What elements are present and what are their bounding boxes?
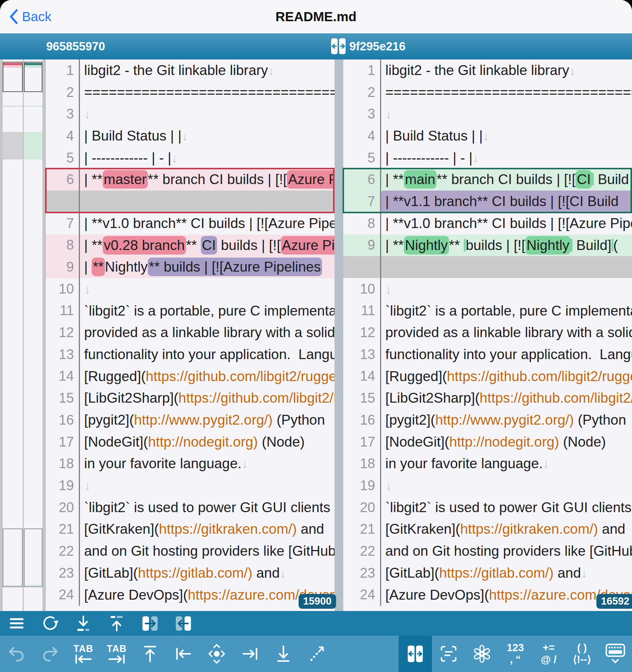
diff-line[interactable]: 19↓	[343, 475, 632, 497]
diff-line[interactable]: 12provided as a linkable library with a …	[46, 322, 335, 344]
move-bottom-button[interactable]	[267, 636, 300, 672]
menu-icon	[10, 616, 23, 631]
diff-line[interactable]: 13functionality into your application. L…	[46, 344, 335, 366]
diff-line[interactable]: 18in your favorite language.↓	[343, 453, 632, 475]
code-segment: |	[84, 259, 92, 275]
diff-line[interactable]: 17[NodeGit](http://nodegit.org) (Node)	[46, 431, 335, 453]
diff-line[interactable]: 24[Azure DevOps](https://azure.com/devop…	[343, 584, 632, 606]
line-content: [Rugged](https://github.com/libgit2/rugg…	[381, 366, 632, 388]
minimap-left-column	[3, 59, 23, 611]
diff-line[interactable]: 3↓	[46, 103, 335, 125]
diff-line[interactable]: 9| **Nightly** builds | [![Azure Pipelin…	[46, 256, 335, 278]
left-diff-pane[interactable]: 1libgit2 - the Git linkable library↓2===…	[46, 59, 335, 611]
symbol-keys-button[interactable]: +=@ /	[532, 636, 565, 672]
diff-line[interactable]: 16[pygit2](http://www.pygit2.org/) (Pyth…	[343, 409, 632, 431]
line-number: 11	[343, 300, 381, 322]
code-segment: `libgit2` is a portable, pure C implemen…	[385, 303, 632, 319]
line-number: 5	[46, 147, 80, 169]
bracket-keys-button[interactable]: ( )⟨!--⟩	[565, 636, 599, 672]
right-diff-pane[interactable]: 1libgit2 - the Git linkable library↓2===…	[343, 59, 632, 611]
diff-line[interactable]: 24[Azure DevOps](https://azure.com/devop…	[46, 584, 335, 606]
diff-line[interactable]: 17[NodeGit](http://nodegit.org) (Node)	[343, 431, 632, 453]
diff-line[interactable]: 23[GitLab](https://gitlab.com/) and↓	[343, 562, 632, 584]
diff-line[interactable]: 11`libgit2` is a portable, pure C implem…	[46, 300, 335, 322]
line-content: | ------------ | - |↓	[381, 147, 632, 169]
tab-outdent-button[interactable]: TAB	[67, 636, 100, 672]
newline-arrow-icon: ↓	[543, 456, 549, 471]
code-segment: in your favorite language.	[84, 456, 242, 471]
diff-line[interactable]: 23[GitLab](https://gitlab.com/) and↓	[46, 562, 335, 584]
line-content: | **v1.0 branch** CI builds | [![Azure P…	[381, 213, 632, 234]
diff-line[interactable]: 14[Rugged](https://github.com/libgit2/ru…	[343, 366, 632, 388]
left-char-count-badge: 15900	[299, 594, 336, 609]
diff-line[interactable]: 15[LibGit2Sharp](https://github.com/libg…	[46, 387, 335, 409]
cursor-pad-button[interactable]	[200, 636, 233, 672]
redo-button[interactable]	[33, 636, 67, 672]
move-top-button[interactable]	[133, 636, 167, 672]
diff-line[interactable]: 16[pygit2](http://www.pygit2.org/) (Pyth…	[46, 409, 335, 431]
dismiss-keyboard-button[interactable]	[599, 636, 632, 672]
code-segment: | **v1.0 branch** CI builds | [![Azure P…	[385, 216, 632, 231]
diff-minimap[interactable]	[0, 59, 46, 611]
diff-line[interactable]: 20`libgit2` is used to power Git GUI cli…	[343, 497, 632, 519]
take-left-button[interactable]	[167, 611, 200, 636]
code-segment: https://gitkraken.com/)	[460, 521, 598, 537]
undo-button[interactable]	[0, 636, 33, 672]
code-segment: libgit2 - the Git linkable library	[385, 63, 569, 78]
split-view-button[interactable]	[399, 636, 432, 672]
scan-lines-icon	[440, 645, 457, 663]
menu-button[interactable]	[0, 611, 33, 636]
diff-line[interactable]: 4| Build Status | |↓	[46, 125, 335, 147]
diff-line[interactable]: 20`libgit2` is used to power Git GUI cli…	[46, 497, 335, 519]
diff-line[interactable]: 9| **Nightly** builds | [![Nightly Build…	[343, 234, 632, 256]
dotted-jump-button[interactable]	[300, 636, 333, 672]
diff-line[interactable]: 2=======================================…	[343, 81, 632, 103]
diff-line[interactable]: 19↓	[46, 475, 335, 497]
diff-line[interactable]: 21[GitKraken](https://gitkraken.com/) an…	[46, 518, 335, 540]
diff-line[interactable]: 21[GitKraken](https://gitkraken.com/) an…	[343, 518, 632, 540]
minimap-section-box	[3, 528, 23, 587]
diff-line[interactable]: 8| **v1.0 branch** CI builds | [![Azure …	[343, 213, 632, 234]
code-segment: and	[252, 565, 280, 581]
diff-line[interactable]: 3↓	[343, 103, 632, 125]
move-line-start-button[interactable]	[167, 636, 200, 672]
numeric-keys-button[interactable]: 123, “	[499, 636, 532, 672]
push-line-button[interactable]	[100, 611, 133, 636]
line-content: functionality into your application. Lan…	[381, 344, 632, 366]
line-number: 16	[343, 409, 381, 431]
refresh-button[interactable]	[33, 611, 67, 636]
diff-line[interactable]: 14[Rugged](https://github.com/libgit2/ru…	[46, 366, 335, 388]
diff-line[interactable]: 8| **v0.28 branch** CI builds | [![Azure…	[46, 234, 335, 256]
tab-indent-button[interactable]: TAB	[100, 636, 133, 672]
line-content: in your favorite language.↓	[80, 453, 335, 475]
pull-line-button[interactable]	[67, 611, 100, 636]
diff-line[interactable]: 22and on Git hosting providers like [Git…	[46, 540, 335, 562]
diff-line[interactable]: 5| ------------ | - |↓	[343, 147, 632, 169]
ai-assistant-button[interactable]	[465, 636, 499, 672]
code-segment: http://www.pygit2.org/)	[435, 412, 574, 428]
diff-line[interactable]: 11`libgit2` is a portable, pure C implem…	[343, 300, 632, 322]
left-commit-hash[interactable]: 965855970	[46, 33, 105, 59]
diff-line[interactable]: 10↓	[46, 278, 335, 300]
diff-line[interactable]: 5| ------------ | - |↓	[46, 147, 335, 169]
diff-line[interactable]: 22and on Git hosting providers like [Git…	[343, 540, 632, 562]
diff-line[interactable]: 15[LibGit2Sharp](https://github.com/libg…	[343, 387, 632, 409]
minimap-gap-line	[3, 106, 23, 107]
diff-line[interactable]: 10↓	[343, 278, 632, 300]
diff-line[interactable]: 13functionality into your application. L…	[343, 344, 632, 366]
diff-gap-row[interactable]	[343, 256, 632, 278]
diff-line[interactable]: 4| Build Status | |↓	[343, 125, 632, 147]
diff-line[interactable]: 1libgit2 - the Git linkable library↓	[46, 59, 335, 81]
diff-line[interactable]: 1libgit2 - the Git linkable library↓	[343, 59, 632, 81]
line-number: 24	[343, 584, 381, 606]
diff-line[interactable]: 2=======================================…	[46, 81, 335, 103]
diff-line[interactable]: 7| **v1.0 branch** CI builds | [![Azure …	[46, 213, 335, 234]
take-right-button[interactable]	[133, 611, 167, 636]
right-commit-hash[interactable]: 9f295e216	[349, 33, 405, 59]
diff-line[interactable]: 12provided as a linkable library with a …	[343, 322, 632, 344]
move-line-end-button[interactable]	[233, 636, 267, 672]
scan-lines-button[interactable]	[432, 636, 465, 672]
diff-line[interactable]: 18in your favorite language.↓	[46, 453, 335, 475]
pane-divider[interactable]	[335, 59, 343, 611]
code-segment: [pygit2](	[385, 412, 435, 428]
